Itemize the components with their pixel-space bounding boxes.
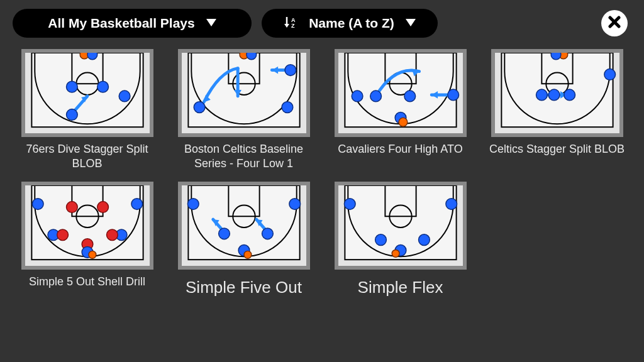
svg-point-40 (352, 90, 363, 102)
close-button[interactable] (601, 10, 628, 36)
svg-rect-9 (31, 53, 143, 127)
svg-point-30 (284, 65, 296, 76)
play-title: Boston Celtics Baseline Series - Four Lo… (175, 142, 313, 170)
topbar: All My Basketball Plays A Z Name (A to Z… (0, 0, 644, 44)
svg-marker-2 (284, 24, 289, 28)
svg-point-92 (344, 199, 355, 210)
play-thumbnail (335, 182, 467, 270)
svg-point-83 (218, 228, 230, 239)
svg-point-53 (551, 53, 561, 60)
play-card[interactable]: Cavaliers Four High ATO (331, 49, 470, 170)
play-thumbnail (178, 182, 310, 270)
play-title: Celtics Stagger Split BLOB (489, 142, 625, 156)
svg-marker-0 (206, 19, 216, 26)
sort-dropdown[interactable]: A Z Name (A to Z) (262, 9, 438, 38)
svg-point-65 (66, 202, 77, 213)
svg-point-86 (244, 251, 252, 258)
play-thumbnail (335, 49, 467, 137)
plays-grid: 76ers Dive Stagger Split BLOB (0, 44, 644, 310)
play-thumbnail (21, 182, 153, 270)
svg-point-16 (66, 81, 77, 92)
play-title: Simple Five Out (186, 277, 302, 298)
sort-dropdown-label: Name (A to Z) (309, 16, 394, 31)
play-thumbnail (21, 49, 153, 137)
svg-point-66 (97, 202, 108, 213)
filter-dropdown-label: All My Basketball Plays (48, 16, 194, 31)
svg-point-63 (32, 199, 43, 210)
svg-point-31 (194, 102, 205, 113)
play-thumbnail (178, 49, 310, 137)
svg-point-45 (399, 118, 408, 126)
svg-point-29 (246, 53, 256, 60)
play-title: Simple 5 Out Shell Drill (29, 275, 145, 289)
play-title: Simple Flex (358, 277, 443, 298)
chevron-down-icon (406, 18, 416, 29)
play-card[interactable]: Boston Celtics Baseline Series - Four Lo… (174, 49, 313, 170)
sort-az-icon: A Z (284, 15, 297, 31)
svg-point-70 (106, 229, 118, 241)
play-card[interactable]: Simple Five Out (174, 182, 313, 298)
svg-point-93 (445, 199, 457, 210)
svg-point-84 (262, 228, 273, 239)
svg-point-81 (187, 199, 199, 210)
svg-point-68 (57, 229, 68, 241)
svg-marker-5 (406, 19, 416, 26)
svg-point-43 (447, 89, 458, 101)
svg-point-56 (564, 89, 575, 101)
svg-point-97 (392, 250, 399, 257)
play-card[interactable]: Simple 5 Out Shell Drill (18, 182, 157, 298)
filter-dropdown[interactable]: All My Basketball Plays (13, 9, 252, 38)
play-card[interactable]: Simple Flex (331, 182, 470, 298)
svg-point-41 (370, 90, 381, 102)
svg-point-15 (87, 53, 97, 60)
svg-point-18 (119, 90, 130, 102)
svg-point-42 (404, 90, 415, 102)
svg-point-32 (282, 102, 293, 113)
svg-rect-21 (188, 53, 299, 127)
play-thumbnail (491, 49, 623, 137)
svg-point-54 (536, 89, 547, 101)
svg-point-95 (418, 234, 430, 246)
play-title: 76ers Dive Stagger Split BLOB (18, 142, 157, 170)
svg-point-73 (88, 251, 96, 258)
play-title: Cavaliers Four High ATO (338, 142, 462, 156)
play-card[interactable]: Celtics Stagger Split BLOB (487, 49, 626, 170)
play-card[interactable]: 76ers Dive Stagger Split BLOB (18, 49, 157, 170)
svg-point-82 (289, 199, 300, 210)
chevron-down-icon (206, 18, 216, 29)
svg-point-19 (66, 109, 77, 121)
svg-point-94 (375, 234, 386, 246)
close-icon (608, 16, 621, 31)
svg-point-57 (604, 69, 615, 80)
svg-point-55 (548, 89, 560, 101)
svg-point-64 (131, 199, 142, 210)
svg-point-17 (97, 81, 108, 92)
svg-text:Z: Z (291, 23, 295, 29)
